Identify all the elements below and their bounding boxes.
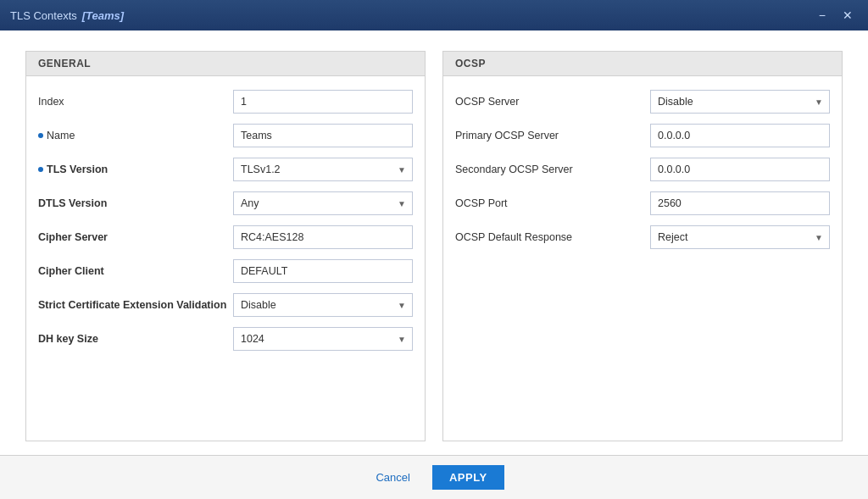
dtls-version-select[interactable]: Any DTLSv1.0 DTLSv1.2 — [233, 191, 413, 215]
titlebar: TLS Contexts [Teams] − ✕ — [0, 0, 868, 30]
secondary-ocsp-server-label: Secondary OCSP Server — [455, 164, 650, 175]
cipher-server-row: Cipher Server — [38, 225, 413, 249]
ocsp-port-input[interactable] — [650, 191, 830, 215]
dh-key-size-select[interactable]: 1024 2048 4096 — [233, 327, 413, 351]
ocsp-panel-body: OCSP Server Disable Enable ▼ — [443, 76, 842, 273]
ocsp-server-wrapper: Disable Enable ▼ — [650, 90, 830, 114]
close-button[interactable]: ✕ — [837, 8, 858, 23]
secondary-ocsp-server-input[interactable] — [650, 158, 830, 181]
ocsp-panel-header: OCSP — [443, 52, 842, 76]
tls-version-required-dot — [38, 167, 43, 172]
cancel-button[interactable]: Cancel — [364, 466, 421, 489]
apply-button[interactable]: APPLY — [432, 465, 504, 490]
strict-cert-row: Strict Certificate Extension Validation … — [38, 293, 413, 317]
window-controls: − ✕ — [814, 8, 858, 23]
cipher-client-label: Cipher Client — [38, 265, 233, 277]
tls-version-row: TLS Version TLSv1.2 TLSv1.0 TLSv1.1 TLSv… — [38, 158, 413, 181]
dh-key-size-label: DH key Size — [38, 333, 233, 345]
strict-cert-label: Strict Certificate Extension Validation — [38, 299, 233, 311]
ocsp-default-response-wrapper: Reject Allow ▼ — [650, 225, 830, 249]
minimize-button[interactable]: − — [814, 8, 831, 23]
ocsp-port-row: OCSP Port — [455, 191, 830, 215]
index-label: Index — [38, 96, 233, 108]
footer: Cancel APPLY — [0, 455, 868, 499]
name-input[interactable] — [233, 124, 413, 147]
general-panel-header: GENERAL — [26, 52, 425, 76]
name-row: Name — [38, 124, 413, 147]
dtls-version-row: DTLS Version Any DTLSv1.0 DTLSv1.2 ▼ — [38, 191, 413, 215]
strict-cert-wrapper: Disable Enable ▼ — [233, 293, 413, 317]
context-name: [Teams] — [82, 9, 124, 22]
panels-row: GENERAL Index Name — [25, 51, 843, 441]
cipher-client-row: Cipher Client — [38, 259, 413, 283]
primary-ocsp-server-label: Primary OCSP Server — [455, 130, 650, 141]
ocsp-server-label: OCSP Server — [455, 96, 650, 108]
dh-key-size-wrapper: 1024 2048 4096 ▼ — [233, 327, 413, 351]
primary-ocsp-server-row: Primary OCSP Server — [455, 124, 830, 147]
titlebar-left: TLS Contexts [Teams] — [10, 9, 124, 22]
dh-key-size-row: DH key Size 1024 2048 4096 ▼ — [38, 327, 413, 351]
dtls-version-label: DTLS Version — [38, 197, 233, 209]
main-window: TLS Contexts [Teams] − ✕ GENERAL Index — [0, 0, 868, 499]
tls-version-wrapper: TLSv1.2 TLSv1.0 TLSv1.1 TLSv1.3 ▼ — [233, 158, 413, 181]
app-title: TLS Contexts — [10, 9, 77, 22]
dtls-version-wrapper: Any DTLSv1.0 DTLSv1.2 ▼ — [233, 191, 413, 215]
tls-version-label: TLS Version — [38, 164, 233, 175]
secondary-ocsp-server-row: Secondary OCSP Server — [455, 158, 830, 181]
ocsp-default-response-select[interactable]: Reject Allow — [650, 225, 830, 249]
cipher-server-label: Cipher Server — [38, 231, 233, 243]
ocsp-port-label: OCSP Port — [455, 197, 650, 209]
general-panel-body: Index Name — [26, 76, 425, 374]
tls-version-select[interactable]: TLSv1.2 TLSv1.0 TLSv1.1 TLSv1.3 — [233, 158, 413, 181]
strict-cert-select[interactable]: Disable Enable — [233, 293, 413, 317]
main-content: GENERAL Index Name — [0, 30, 868, 455]
cipher-client-input[interactable] — [233, 259, 413, 283]
ocsp-default-response-label: OCSP Default Response — [455, 231, 650, 243]
ocsp-server-row: OCSP Server Disable Enable ▼ — [455, 90, 830, 114]
ocsp-server-select[interactable]: Disable Enable — [650, 90, 830, 114]
ocsp-default-response-row: OCSP Default Response Reject Allow ▼ — [455, 225, 830, 249]
index-input[interactable] — [233, 90, 413, 114]
general-panel: GENERAL Index Name — [25, 51, 426, 441]
name-required-dot — [38, 133, 43, 138]
cipher-server-input[interactable] — [233, 225, 413, 249]
name-label: Name — [38, 130, 233, 141]
primary-ocsp-server-input[interactable] — [650, 124, 830, 147]
index-row: Index — [38, 90, 413, 114]
ocsp-panel: OCSP OCSP Server Disable Enable ▼ — [442, 51, 843, 441]
